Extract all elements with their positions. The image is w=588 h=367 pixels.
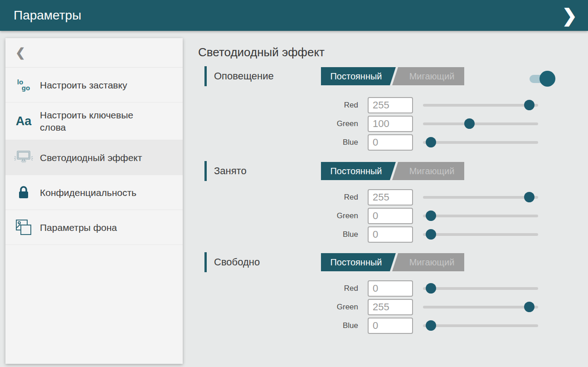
sidebar-item-label: Параметры фона [40, 221, 117, 234]
channel-label: Red [204, 101, 358, 110]
sidebar-item-label: Конфиденциальность [40, 186, 136, 199]
lock-icon [13, 181, 34, 203]
slider-track[interactable] [423, 233, 538, 236]
channel-label: Green [204, 303, 358, 312]
green-slider[interactable] [423, 118, 538, 129]
green-slider[interactable] [423, 302, 538, 312]
rgb-row-red: Red [204, 96, 588, 114]
section-label: Занято [214, 165, 247, 177]
red-slider[interactable] [423, 192, 538, 202]
switch-knob [539, 71, 555, 87]
green-value-input[interactable] [368, 208, 413, 224]
mode-option-constant[interactable]: Постоянный [321, 67, 396, 85]
mode-option-constant[interactable]: Постоянный [321, 253, 396, 271]
images-icon [13, 216, 34, 238]
mode-option-blinking[interactable]: Мигающий [392, 162, 464, 180]
mode-segmented-control: Постоянный Мигающий [321, 253, 464, 271]
rgb-row-red: Red [204, 188, 588, 206]
segment-label: Постоянный [330, 166, 382, 176]
slider-track[interactable] [423, 306, 538, 308]
led-section-busy: Занято Постоянный Мигающий Red [198, 161, 588, 244]
red-value-input[interactable] [368, 189, 413, 206]
slider-thumb[interactable] [524, 192, 535, 202]
slider-thumb[interactable] [464, 118, 475, 129]
keywords-aa-icon: Aa [13, 110, 34, 132]
blue-slider[interactable] [423, 320, 538, 331]
channel-label: Green [204, 211, 358, 220]
led-section-alert: Оповещение Постоянный Мигающий Red [198, 66, 588, 152]
slider-thumb[interactable] [426, 320, 436, 331]
mode-option-blinking[interactable]: Мигающий [392, 67, 464, 85]
segment-label: Мигающий [409, 71, 455, 82]
sidebar-item-label: Настроить ключевые слова [40, 109, 133, 133]
channel-label: Blue [204, 138, 358, 147]
blue-value-input[interactable] [368, 134, 413, 151]
red-value-input[interactable] [368, 280, 413, 297]
display-icon [13, 147, 34, 168]
section-label: Оповещение [214, 70, 274, 82]
blue-value-input[interactable] [368, 226, 413, 243]
channel-label: Blue [204, 230, 358, 239]
red-value-input[interactable] [368, 97, 413, 113]
segment-label: Мигающий [409, 166, 455, 176]
section-accent-bar [204, 66, 207, 86]
rgb-row-green: Green [204, 114, 588, 133]
mode-option-constant[interactable]: Постоянный [321, 162, 396, 180]
rgb-row-blue: Blue [204, 225, 588, 244]
channel-label: Red [204, 193, 358, 202]
red-slider[interactable] [423, 283, 538, 294]
slider-track[interactable] [423, 287, 538, 290]
slider-thumb[interactable] [524, 302, 535, 312]
slider-thumb[interactable] [426, 229, 436, 240]
mode-segmented-control: Постоянный Мигающий [321, 162, 464, 180]
segment-label: Постоянный [330, 71, 382, 82]
sidebar-item-background[interactable]: Параметры фона [5, 210, 183, 245]
blue-value-input[interactable] [368, 318, 413, 334]
mode-segmented-control: Постоянный Мигающий [321, 67, 464, 85]
back-chevron-icon: ❮ [15, 46, 25, 60]
sidebar-back-button[interactable]: ❮ [5, 38, 183, 68]
sidebar-item-led-effect[interactable]: Светодиодный эффект [5, 140, 183, 175]
rgb-row-green: Green [204, 206, 588, 225]
slider-thumb[interactable] [426, 210, 436, 221]
green-value-input[interactable] [368, 299, 413, 315]
led-section-free: Свободно Постоянный Мигающий Red [198, 252, 588, 335]
blue-slider[interactable] [423, 137, 538, 147]
section-accent-bar [204, 161, 207, 181]
slider-track[interactable] [423, 196, 538, 199]
segment-label: Постоянный [330, 257, 382, 268]
sidebar-item-keywords[interactable]: Aa Настроить ключевые слова [5, 103, 183, 140]
logo-icon: logo [13, 74, 34, 96]
slider-track[interactable] [423, 104, 538, 107]
slider-thumb[interactable] [426, 283, 436, 294]
settings-sidebar: ❮ logo Настроить заставку Aa Настроить к… [5, 38, 183, 364]
slider-track[interactable] [423, 141, 538, 144]
slider-thumb[interactable] [426, 137, 436, 147]
red-slider[interactable] [423, 100, 538, 110]
slider-thumb[interactable] [524, 100, 535, 110]
app-header: Параметры ❯ [0, 0, 588, 31]
blue-slider[interactable] [423, 229, 538, 240]
section-accent-bar [204, 252, 207, 272]
slider-track[interactable] [423, 215, 538, 217]
alert-enable-switch[interactable] [530, 71, 555, 87]
forward-chevron-icon[interactable]: ❯ [562, 6, 577, 24]
rgb-row-red: Red [204, 279, 588, 298]
green-slider[interactable] [423, 210, 538, 221]
sidebar-item-label: Настроить заставку [40, 79, 127, 91]
rgb-row-green: Green [204, 298, 588, 316]
rgb-row-blue: Blue [204, 133, 588, 152]
mode-option-blinking[interactable]: Мигающий [392, 253, 464, 271]
channel-label: Blue [204, 321, 358, 330]
page-title: Параметры [14, 8, 81, 23]
slider-track[interactable] [423, 324, 538, 327]
sidebar-item-screensaver[interactable]: logo Настроить заставку [5, 68, 183, 103]
slider-track[interactable] [423, 122, 538, 125]
section-label: Свободно [214, 256, 260, 268]
sidebar-item-privacy[interactable]: Конфиденциальность [5, 175, 183, 210]
rgb-row-blue: Blue [204, 316, 588, 335]
sidebar-item-label: Светодиодный эффект [40, 152, 142, 164]
green-value-input[interactable] [368, 116, 413, 132]
segment-label: Мигающий [409, 257, 455, 268]
led-effect-panel: Светодиодный эффект Оповещение Постоянны… [198, 38, 588, 335]
